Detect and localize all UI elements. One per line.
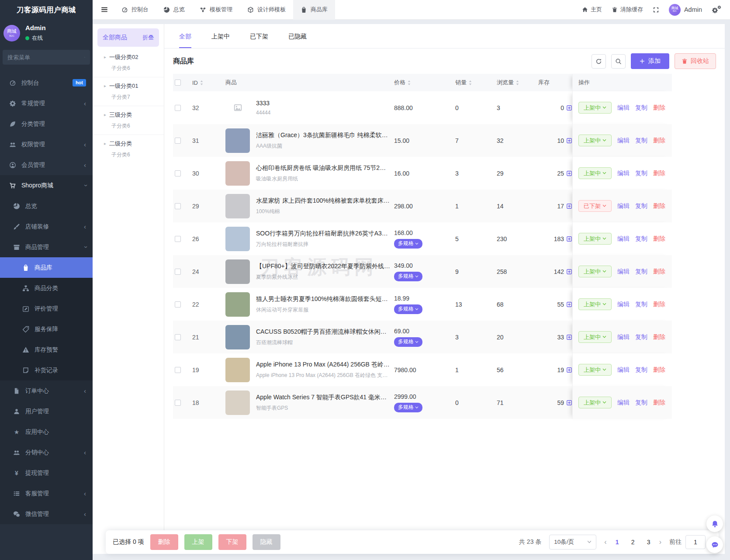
row-checkbox[interactable] <box>175 203 181 209</box>
edit-link[interactable]: 编辑 <box>617 399 630 407</box>
copy-link[interactable]: 复制 <box>635 301 647 308</box>
next-page-button[interactable]: › <box>659 539 661 546</box>
page-button-3[interactable]: 3 <box>644 539 654 546</box>
status-dropdown[interactable]: 已下架 <box>578 200 612 212</box>
tab-all[interactable]: 全部 <box>179 33 191 48</box>
stock-add-icon[interactable] <box>566 105 572 111</box>
delete-link[interactable]: 删除 <box>653 366 665 374</box>
sidebar-item-service-guarantee[interactable]: 服务保障 <box>0 319 93 339</box>
page-button-2[interactable]: 2 <box>628 539 638 546</box>
delete-link[interactable]: 删除 <box>653 399 665 407</box>
edit-link[interactable]: 编辑 <box>617 235 630 243</box>
copy-link[interactable]: 复制 <box>635 333 647 341</box>
edit-link[interactable]: 编辑 <box>617 301 630 308</box>
multi-spec-badge[interactable]: 多规格 <box>394 239 422 249</box>
all-goods-button[interactable]: 全部商品 <box>103 34 127 41</box>
multi-spec-badge[interactable]: 多规格 <box>394 403 422 412</box>
status-dropdown[interactable]: 上架中 <box>578 298 612 310</box>
category-item[interactable]: ▸一级分类01 子分类7 <box>93 77 164 106</box>
sidebar-item-permission[interactable]: 权限管理 ‹ <box>0 134 93 155</box>
copy-link[interactable]: 复制 <box>635 235 647 243</box>
row-checkbox[interactable] <box>175 301 181 308</box>
sidebar-item-shop-design[interactable]: 店铺装修 ‹ <box>0 216 93 237</box>
status-dropdown[interactable]: 上架中 <box>578 167 612 179</box>
topbar-tab-designer-template[interactable]: 设计师模板 <box>240 0 293 20</box>
stock-add-icon[interactable] <box>566 367 572 373</box>
topbar-user[interactable]: 商城 B2C Admin <box>669 4 702 16</box>
status-dropdown[interactable]: 上架中 <box>578 135 612 146</box>
sidebar-item-overview[interactable]: 总览 <box>0 196 93 216</box>
page-size-select[interactable]: 10条/页 <box>549 535 596 550</box>
sidebar-item-user-mgmt[interactable]: 用户管理 <box>0 401 93 422</box>
stock-add-icon[interactable] <box>566 138 572 144</box>
edit-link[interactable]: 编辑 <box>617 333 630 341</box>
sort-sales[interactable]: 销量 <box>455 79 473 86</box>
row-checkbox[interactable] <box>175 236 181 242</box>
delete-link[interactable]: 删除 <box>653 104 665 112</box>
edit-link[interactable]: 编辑 <box>617 202 630 210</box>
sidebar-item-goods-category[interactable]: 商品分类 <box>0 278 93 298</box>
status-dropdown[interactable]: 上架中 <box>578 331 612 343</box>
search-input[interactable] <box>7 54 84 61</box>
multi-spec-badge[interactable]: 多规格 <box>394 337 422 347</box>
notification-fab[interactable] <box>706 515 723 532</box>
prev-page-button[interactable]: ‹ <box>604 539 606 546</box>
row-checkbox[interactable] <box>175 367 181 373</box>
tab-hidden[interactable]: 已隐藏 <box>288 33 307 48</box>
delete-link[interactable]: 删除 <box>653 235 665 243</box>
settings-button[interactable] <box>712 5 721 14</box>
page-button-1[interactable]: 1 <box>612 539 623 546</box>
search-button[interactable] <box>611 54 626 69</box>
row-checkbox[interactable] <box>175 269 181 275</box>
sidebar-item-general[interactable]: 常规管理 ‹ <box>0 93 93 114</box>
edit-link[interactable]: 编辑 <box>617 104 630 112</box>
row-checkbox[interactable] <box>175 105 181 111</box>
sidebar-item-order-center[interactable]: 订单中心 ‹ <box>0 380 93 401</box>
stock-add-icon[interactable] <box>566 236 572 242</box>
copy-link[interactable]: 复制 <box>635 169 647 177</box>
bulk-off-sale-button[interactable]: 下架 <box>218 534 246 550</box>
clear-cache-button[interactable]: 清除缓存 <box>612 6 643 14</box>
sidebar-item-withdraw[interactable]: ¥ 提现管理 <box>0 463 93 483</box>
topbar-tab-template-mgmt[interactable]: 模板管理 <box>192 0 240 20</box>
status-dropdown[interactable]: 上架中 <box>578 397 612 408</box>
sidebar-item-shopro[interactable]: Shopro商城 ‹ <box>0 175 93 196</box>
row-checkbox[interactable] <box>175 400 181 406</box>
copy-link[interactable]: 复制 <box>635 137 647 145</box>
sidebar-item-app-center[interactable]: ★ 应用中心 <box>0 422 93 442</box>
home-button[interactable]: 主页 <box>582 6 602 14</box>
delete-link[interactable]: 删除 <box>653 333 665 341</box>
stock-add-icon[interactable] <box>566 203 572 209</box>
stock-add-icon[interactable] <box>566 301 572 308</box>
category-item[interactable]: ▸三级分类 子分类6 <box>93 106 164 135</box>
edit-link[interactable]: 编辑 <box>617 169 630 177</box>
collapse-button[interactable]: 折叠 <box>142 34 154 41</box>
edit-link[interactable]: 编辑 <box>617 366 630 374</box>
sidebar-item-member[interactable]: 会员管理 ‹ <box>0 155 93 175</box>
refresh-button[interactable] <box>592 54 606 69</box>
status-dropdown[interactable]: 上架中 <box>578 233 612 245</box>
row-checkbox[interactable] <box>175 138 181 144</box>
menu-toggle-icon[interactable] <box>99 4 110 15</box>
delete-link[interactable]: 删除 <box>653 268 665 276</box>
sort-id[interactable]: ID <box>192 80 204 86</box>
status-dropdown[interactable]: 上架中 <box>578 266 612 277</box>
topbar-tab-goods-library[interactable]: 商品库 <box>293 0 335 20</box>
status-dropdown[interactable]: 上架中 <box>578 102 612 114</box>
row-checkbox[interactable] <box>175 334 181 340</box>
sidebar-item-console[interactable]: 控制台 hot <box>0 73 93 93</box>
select-all-checkbox[interactable] <box>175 80 181 86</box>
chat-fab[interactable] <box>706 536 723 553</box>
sidebar-item-stock-warning[interactable]: 库存预警 <box>0 339 93 360</box>
tab-off-sale[interactable]: 已下架 <box>250 33 268 48</box>
sidebar-item-goods-library[interactable]: 商品库 <box>0 257 93 278</box>
goto-page-input[interactable] <box>685 535 706 549</box>
sidebar-item-wechat-mgmt[interactable]: 微信管理 ‹ <box>0 504 93 524</box>
category-item[interactable]: ▸一级分类02 子分类6 <box>93 48 164 77</box>
bulk-hide-button[interactable]: 隐藏 <box>253 534 280 550</box>
sidebar-item-distribution[interactable]: 分销中心 ‹ <box>0 442 93 463</box>
delete-link[interactable]: 删除 <box>653 169 665 177</box>
delete-link[interactable]: 删除 <box>653 202 665 210</box>
copy-link[interactable]: 复制 <box>635 202 647 210</box>
multi-spec-badge[interactable]: 多规格 <box>394 304 422 314</box>
